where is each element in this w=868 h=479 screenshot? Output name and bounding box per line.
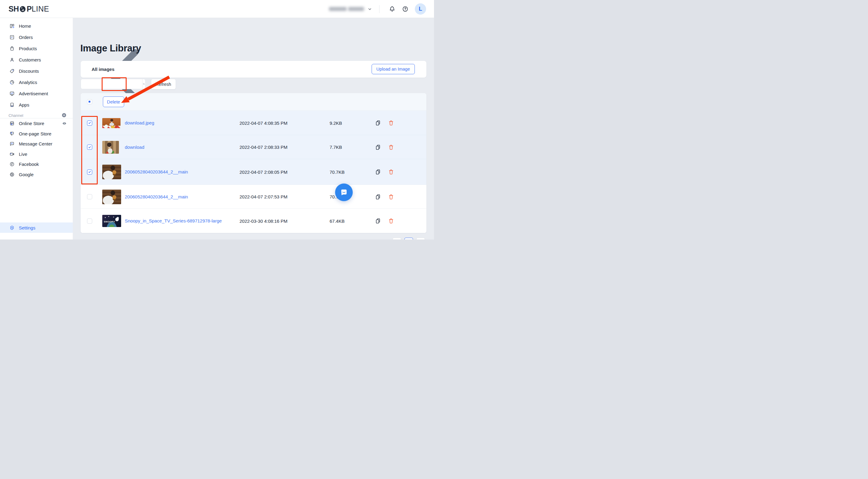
main-content: Settings Image Library All images Upload… xyxy=(73,18,434,240)
table-row: 20060528040203644_2__main2022-04-07 2:07… xyxy=(81,185,426,209)
sidebar-item-live[interactable]: Live xyxy=(0,149,73,159)
one-page-store-icon xyxy=(9,131,14,136)
customers-icon xyxy=(9,57,14,62)
copy-icon[interactable] xyxy=(375,144,381,151)
sidebar-item-home[interactable]: Home xyxy=(0,21,73,32)
sidebar-item-label: One-page Store xyxy=(19,131,52,136)
image-date: 2022-03-30 4:08:16 PM xyxy=(240,219,288,224)
image-date: 2022-04-07 2:07:53 PM xyxy=(240,194,288,199)
header-right-group: L xyxy=(329,0,426,18)
image-size: 9.2KB xyxy=(330,121,342,126)
avatar[interactable]: L xyxy=(415,3,426,14)
sidebar-item-apps[interactable]: Apps xyxy=(0,99,73,110)
pagination-prev-button[interactable] xyxy=(393,238,401,240)
row-checkbox-unchecked[interactable] xyxy=(87,219,92,224)
sidebar-item-one-page-store[interactable]: One-page Store xyxy=(0,129,73,139)
sidebar-item-label: Home xyxy=(19,24,31,29)
search-input[interactable] xyxy=(81,79,142,89)
image-name-link[interactable]: 20060528040203644_2__main xyxy=(125,169,188,174)
image-table-card: Delete download.jpeg2022-04-07 4:08:35 P… xyxy=(81,93,426,233)
sidebar-item-discounts[interactable]: Discounts xyxy=(0,65,73,77)
search-button[interactable] xyxy=(142,79,145,89)
image-thumbnail[interactable] xyxy=(102,165,121,179)
logo-tag-icon xyxy=(19,5,27,13)
google-icon xyxy=(9,172,14,177)
sidebar-item-advertisement[interactable]: Advertisement xyxy=(0,88,73,99)
page-title: Image Library xyxy=(80,43,141,54)
sidebar-item-label: Customers xyxy=(19,57,41,62)
help-icon[interactable] xyxy=(402,5,409,12)
image-size: 67.4KB xyxy=(330,219,344,224)
eye-icon[interactable] xyxy=(62,121,67,126)
table-header-row: Delete xyxy=(81,93,426,111)
copy-icon[interactable] xyxy=(375,218,381,224)
logo-text-light: LINE xyxy=(32,5,49,13)
row-checkbox-unchecked[interactable] xyxy=(87,194,92,199)
chevron-down-icon[interactable] xyxy=(367,6,373,12)
shopline-logo[interactable]: SH P LINE xyxy=(8,5,49,13)
tab-all-images[interactable]: All images xyxy=(92,61,115,77)
logo-text-bold-2: P xyxy=(27,5,32,13)
user-name-blurred xyxy=(329,7,364,11)
copy-icon[interactable] xyxy=(375,120,381,126)
sidebar-item-label: Advertisement xyxy=(19,91,48,96)
sidebar-item-orders[interactable]: Orders xyxy=(0,32,73,43)
sidebar-item-analytics[interactable]: Analytics xyxy=(0,77,73,88)
refresh-button[interactable]: Refresh xyxy=(151,79,176,90)
image-size: 7.7KB xyxy=(330,145,342,150)
search-icon xyxy=(143,79,145,89)
image-thumbnail[interactable]: SNOOPY xyxy=(102,215,121,227)
sidebar-item-online-store[interactable]: Online Store xyxy=(0,118,73,129)
settings-gear-icon xyxy=(9,225,14,230)
chat-bubble-icon xyxy=(339,188,348,197)
sidebar-item-label: Settings xyxy=(19,225,35,230)
table-row: download.jpeg2022-04-07 4:08:35 PM9.2KB xyxy=(81,111,426,135)
select-all-checkbox[interactable] xyxy=(87,99,92,104)
copy-icon[interactable] xyxy=(375,169,381,175)
table-row: download2022-04-07 2:08:33 PM7.7KB xyxy=(81,135,426,159)
notifications-bell-icon[interactable] xyxy=(389,5,396,12)
image-thumbnail[interactable] xyxy=(102,190,121,204)
sidebar-item-settings[interactable]: Settings xyxy=(0,222,73,233)
row-checkbox-checked[interactable] xyxy=(87,121,92,126)
trash-icon[interactable] xyxy=(388,169,395,175)
pagination xyxy=(393,238,425,240)
sidebar-item-label: Message Center xyxy=(19,141,52,147)
pagination-page-1-button[interactable] xyxy=(404,238,413,240)
copy-icon[interactable] xyxy=(375,194,381,200)
upload-image-button[interactable]: Upload an Image xyxy=(372,64,415,74)
image-thumbnail[interactable] xyxy=(102,118,121,128)
sidebar-item-google[interactable]: Google xyxy=(0,169,73,180)
facebook-icon xyxy=(9,162,14,167)
sidebar-item-customers[interactable]: Customers xyxy=(0,54,73,65)
image-thumbnail[interactable] xyxy=(102,141,119,154)
image-name-link[interactable]: download.jpeg xyxy=(125,120,154,125)
online-store-icon xyxy=(9,121,14,126)
sidebar-item-label: Online Store xyxy=(19,121,44,126)
image-size: 70.7KB xyxy=(330,169,344,175)
sidebar-nav-main: HomeOrdersProductsCustomersDiscountsAnal… xyxy=(0,21,73,110)
image-name-link[interactable]: Snoopy_in_Space_TV_Series-689712978-larg… xyxy=(125,218,222,223)
sidebar-item-message-center[interactable]: Message Center xyxy=(0,139,73,149)
sidebar-item-label: Google xyxy=(19,172,33,177)
trash-icon[interactable] xyxy=(388,194,395,200)
row-checkbox-checked[interactable] xyxy=(87,169,92,175)
trash-icon[interactable] xyxy=(388,218,395,224)
search-box xyxy=(81,79,146,89)
sidebar-item-label: Facebook xyxy=(19,162,39,167)
sidebar-item-label: Products xyxy=(19,46,37,51)
sidebar-item-label: Discounts xyxy=(19,68,39,74)
table-row: 20060528040203644_2__main2022-04-07 2:08… xyxy=(81,159,426,185)
home-icon xyxy=(9,24,14,29)
delete-button[interactable]: Delete xyxy=(103,96,124,107)
sidebar-item-facebook[interactable]: Facebook xyxy=(0,159,73,169)
chat-launcher-button[interactable] xyxy=(335,184,353,201)
add-channel-button[interactable] xyxy=(61,113,67,118)
trash-icon[interactable] xyxy=(388,120,395,126)
row-checkbox-checked[interactable] xyxy=(87,145,92,150)
image-name-link[interactable]: download xyxy=(125,145,144,150)
sidebar-item-products[interactable]: Products xyxy=(0,43,73,54)
pagination-next-button[interactable] xyxy=(416,238,425,240)
image-name-link[interactable]: 20060528040203644_2__main xyxy=(125,194,188,199)
trash-icon[interactable] xyxy=(388,144,395,151)
